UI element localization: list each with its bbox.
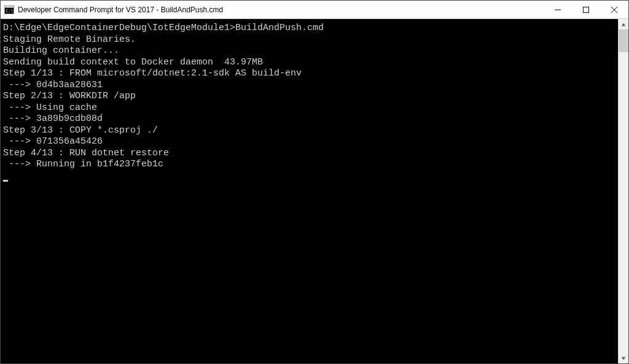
- output-line: ---> Running in b1f4237feb1c: [3, 159, 163, 169]
- scroll-thumb[interactable]: [619, 29, 628, 52]
- svg-rect-4: [584, 7, 589, 12]
- output-line: Building container...: [3, 45, 119, 56]
- scroll-track[interactable]: [619, 29, 628, 353]
- output-line: ---> 0d4b3aa28631: [3, 80, 103, 90]
- output-line: ---> 071356a45426: [3, 136, 103, 147]
- minimize-button[interactable]: [544, 1, 572, 18]
- output-line: Step 4/13 : RUN dotnet restore: [3, 148, 169, 158]
- output-line: Sending build context to Docker daemon 4…: [3, 57, 263, 68]
- maximize-button[interactable]: [572, 1, 600, 18]
- console-output[interactable]: D:\Edge\EdgeContainerDebug\IotEdgeModule…: [1, 19, 618, 363]
- svg-marker-8: [622, 357, 625, 360]
- prompt-path: D:\Edge\EdgeContainerDebug\IotEdgeModule…: [3, 23, 235, 33]
- window-controls: [544, 1, 628, 18]
- scroll-up-button[interactable]: [619, 19, 628, 29]
- vertical-scrollbar[interactable]: [618, 19, 628, 363]
- titlebar[interactable]: C:\ Developer Command Prompt for VS 2017…: [1, 1, 628, 19]
- output-line: ---> Using cache: [3, 103, 97, 113]
- command-prompt-icon: C:\: [4, 5, 14, 15]
- cursor: [3, 180, 8, 182]
- console-area: D:\Edge\EdgeContainerDebug\IotEdgeModule…: [1, 19, 628, 363]
- output-line: Staging Remote Binaries.: [3, 34, 136, 45]
- output-line: ---> 3a89b9cdb08d: [3, 114, 103, 124]
- command-prompt-window: C:\ Developer Command Prompt for VS 2017…: [0, 0, 629, 364]
- svg-rect-1: [5, 6, 14, 7]
- close-button[interactable]: [600, 1, 628, 18]
- svg-text:C:\: C:\: [6, 9, 14, 14]
- output-line: Step 1/13 : FROM microsoft/dotnet:2.1-sd…: [3, 68, 302, 79]
- window-title: Developer Command Prompt for VS 2017 - B…: [18, 6, 544, 14]
- output-line: Step 3/13 : COPY *.csproj ./: [3, 125, 158, 136]
- output-line: Step 2/13 : WORKDIR /app: [3, 91, 136, 101]
- entered-command: BuildAndPush.cmd: [235, 23, 324, 33]
- scroll-down-button[interactable]: [619, 353, 628, 363]
- svg-marker-7: [622, 23, 625, 26]
